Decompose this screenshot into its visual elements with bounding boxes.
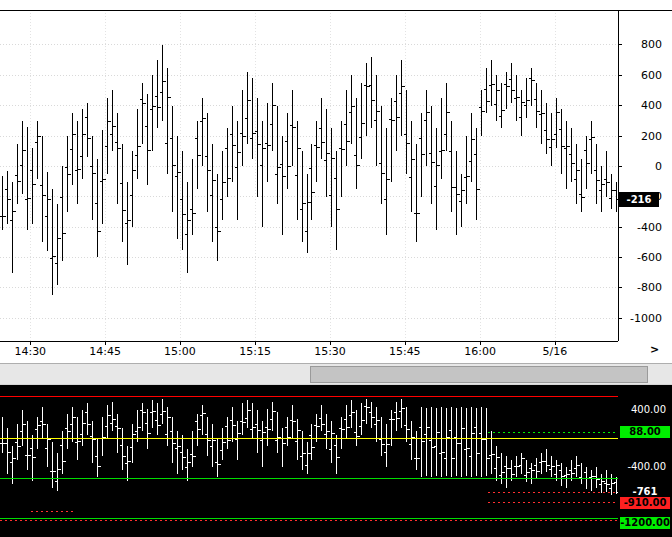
x-axis-tick-label: 15:15 (227, 345, 283, 358)
x-axis-tick-label: 14:45 (77, 345, 133, 358)
indicator-level-badge: -1200.00 (620, 517, 670, 529)
horizontal-scrollbar-thumb[interactable] (310, 366, 648, 383)
indicator-axis-label: 400.00 (631, 404, 666, 416)
y-axis-tick-label: -1000 (630, 312, 662, 325)
horizontal-scrollbar[interactable] (0, 363, 672, 385)
y-axis-tick-label: -800 (637, 281, 662, 294)
indicator-chart-panel[interactable]: 400.0088.00-400.00-761-910.00-1200.00 (0, 385, 672, 537)
price-chart-panel[interactable]: 8006004002000-200-400-600-800-1000-216 >… (0, 0, 672, 363)
x-axis-tick-label: 5/16 (527, 345, 583, 358)
x-axis-tick-label: 14:30 (2, 345, 58, 358)
price-y-axis[interactable]: 8006004002000-200-400-600-800-1000-216 (618, 0, 672, 341)
y-axis-tick-label: 200 (641, 130, 662, 143)
y-axis-tick-label: 400 (641, 99, 662, 112)
indicator-chart-canvas[interactable] (0, 385, 672, 537)
price-chart-canvas[interactable] (0, 0, 672, 363)
y-axis-tick-label: 0 (655, 160, 662, 173)
indicator-axis-label: -400.00 (627, 461, 666, 473)
last-price-badge: -216 (619, 192, 659, 207)
indicator-level-badge: 88.00 (620, 426, 670, 438)
y-axis-tick-label: -600 (637, 251, 662, 264)
trading-chart-window: 8006004002000-200-400-600-800-1000-216 >… (0, 0, 672, 537)
indicator-y-axis[interactable]: 400.0088.00-400.00-761-910.00-1200.00 (618, 385, 672, 537)
x-axis-tick-label: 15:00 (152, 345, 208, 358)
indicator-ohlc-bars (0, 399, 620, 495)
x-axis-tick-label: 16:00 (452, 345, 508, 358)
x-axis-tick-label: 15:45 (377, 345, 433, 358)
y-axis-tick-label: 600 (641, 69, 662, 82)
y-axis-tick-label: -400 (637, 221, 662, 234)
indicator-level-badge: -910.00 (620, 497, 670, 509)
x-axis-tick-label: 15:30 (302, 345, 358, 358)
time-x-axis[interactable]: > 14:3014:4515:0015:1515:3015:4516:005/1… (0, 341, 672, 363)
y-axis-tick-label: 800 (641, 38, 662, 51)
scroll-right-arrow[interactable]: > (650, 343, 659, 356)
